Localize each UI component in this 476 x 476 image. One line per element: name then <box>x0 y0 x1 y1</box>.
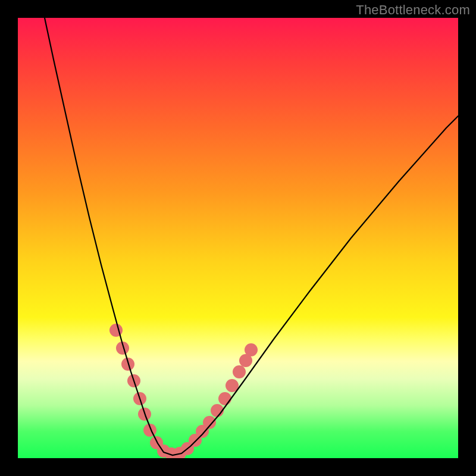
highlight-dots-group <box>109 324 258 458</box>
highlight-dot <box>233 365 246 378</box>
watermark-text: TheBottleneck.com <box>356 2 470 18</box>
highlight-dot <box>245 343 258 356</box>
chart-plot-area <box>18 18 458 458</box>
chart-frame: TheBottleneck.com <box>0 0 476 476</box>
chart-svg <box>18 18 458 458</box>
highlight-dot <box>203 416 216 429</box>
bottleneck-curve <box>45 18 458 455</box>
highlight-dot <box>218 392 231 405</box>
